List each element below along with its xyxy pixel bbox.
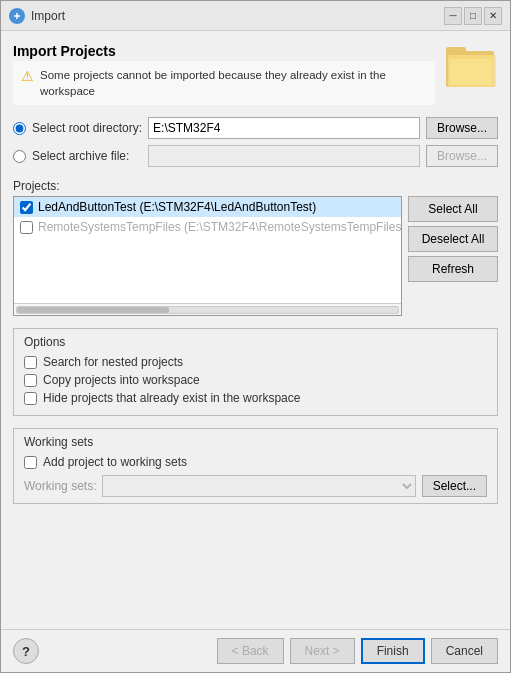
options-title: Options <box>24 335 487 349</box>
scrollbar-track <box>16 306 399 314</box>
warning-icon: ⚠ <box>21 68 34 84</box>
header-left: Import Projects ⚠ Some projects cannot b… <box>13 43 435 105</box>
project-checkbox-1[interactable] <box>20 221 33 234</box>
title-bar: Import ─ □ ✕ <box>1 1 510 31</box>
back-button[interactable]: < Back <box>217 638 284 664</box>
source-selection: Select root directory: E:\STM32F4 Browse… <box>13 117 498 167</box>
options-group: Options Search for nested projects Copy … <box>13 328 498 416</box>
add-to-ws-checkbox[interactable] <box>24 456 37 469</box>
projects-list-container: LedAndButtonTest (E:\STM32F4\LedAndButto… <box>13 196 402 316</box>
page-title: Import Projects <box>13 43 435 59</box>
archive-label: Select archive file: <box>32 149 142 163</box>
svg-rect-4 <box>450 59 492 85</box>
add-to-ws-row: Add project to working sets <box>24 455 487 469</box>
app-icon <box>9 8 25 24</box>
archive-browse-button[interactable]: Browse... <box>426 145 498 167</box>
option-row-0: Search for nested projects <box>24 355 487 369</box>
archive-combo[interactable] <box>148 145 420 167</box>
projects-section: Projects: LedAndButtonTest (E:\STM32F4\L… <box>13 175 498 316</box>
header-section: Import Projects ⚠ Some projects cannot b… <box>13 43 498 105</box>
bottom-bar: ? < Back Next > Finish Cancel <box>1 629 510 672</box>
scrollbar-thumb <box>17 307 169 313</box>
nav-buttons: < Back Next > Finish Cancel <box>217 638 498 664</box>
working-sets-group: Working sets Add project to working sets… <box>13 428 498 504</box>
help-button[interactable]: ? <box>13 638 39 664</box>
working-sets-title: Working sets <box>24 435 487 449</box>
projects-scroll[interactable]: LedAndButtonTest (E:\STM32F4\LedAndButto… <box>14 197 401 303</box>
window-controls: ─ □ ✕ <box>444 7 502 25</box>
root-dir-browse-button[interactable]: Browse... <box>426 117 498 139</box>
projects-buttons: Select All Deselect All Refresh <box>408 196 498 316</box>
info-banner: ⚠ Some projects cannot be imported becau… <box>13 61 435 105</box>
root-dir-radio[interactable] <box>13 122 26 135</box>
maximize-button[interactable]: □ <box>464 7 482 25</box>
deselect-all-button[interactable]: Deselect All <box>408 226 498 252</box>
folder-icon <box>446 43 498 89</box>
list-item[interactable]: LedAndButtonTest (E:\STM32F4\LedAndButto… <box>14 197 401 217</box>
ws-select-row: Working sets: Select... <box>24 475 487 497</box>
ws-select-button[interactable]: Select... <box>422 475 487 497</box>
option-checkbox-0[interactable] <box>24 356 37 369</box>
window-title: Import <box>31 9 65 23</box>
cancel-button[interactable]: Cancel <box>431 638 498 664</box>
folder-icon-container <box>443 43 498 89</box>
option-checkbox-2[interactable] <box>24 392 37 405</box>
archive-radio[interactable] <box>13 150 26 163</box>
projects-label: Projects: <box>13 179 498 193</box>
refresh-button[interactable]: Refresh <box>408 256 498 282</box>
option-label-2: Hide projects that already exist in the … <box>43 391 300 405</box>
dialog-content: Import Projects ⚠ Some projects cannot b… <box>1 31 510 629</box>
select-all-button[interactable]: Select All <box>408 196 498 222</box>
ws-sets-label: Working sets: <box>24 479 96 493</box>
add-to-ws-label: Add project to working sets <box>43 455 187 469</box>
option-row-2: Hide projects that already exist in the … <box>24 391 487 405</box>
minimize-button[interactable]: ─ <box>444 7 462 25</box>
ws-combo[interactable] <box>102 475 415 497</box>
title-bar-left: Import <box>9 8 65 24</box>
info-text: Some projects cannot be imported because… <box>40 67 427 99</box>
project-name-1: RemoteSystemsTempFiles (E:\STM32F4\Remot… <box>38 220 401 234</box>
list-item[interactable]: RemoteSystemsTempFiles (E:\STM32F4\Remot… <box>14 217 401 237</box>
option-checkbox-1[interactable] <box>24 374 37 387</box>
root-dir-label: Select root directory: <box>32 121 142 135</box>
close-button[interactable]: ✕ <box>484 7 502 25</box>
option-label-1: Copy projects into workspace <box>43 373 200 387</box>
horizontal-scrollbar[interactable] <box>14 303 401 315</box>
project-checkbox-0[interactable] <box>20 201 33 214</box>
root-dir-row: Select root directory: E:\STM32F4 Browse… <box>13 117 498 139</box>
project-name-0: LedAndButtonTest (E:\STM32F4\LedAndButto… <box>38 200 316 214</box>
projects-area: LedAndButtonTest (E:\STM32F4\LedAndButto… <box>13 196 498 316</box>
next-button[interactable]: Next > <box>290 638 355 664</box>
option-row-1: Copy projects into workspace <box>24 373 487 387</box>
option-label-0: Search for nested projects <box>43 355 183 369</box>
finish-button[interactable]: Finish <box>361 638 425 664</box>
archive-row: Select archive file: Browse... <box>13 145 498 167</box>
root-dir-combo[interactable]: E:\STM32F4 <box>148 117 420 139</box>
import-dialog: Import ─ □ ✕ Import Projects ⚠ Some proj… <box>0 0 511 673</box>
